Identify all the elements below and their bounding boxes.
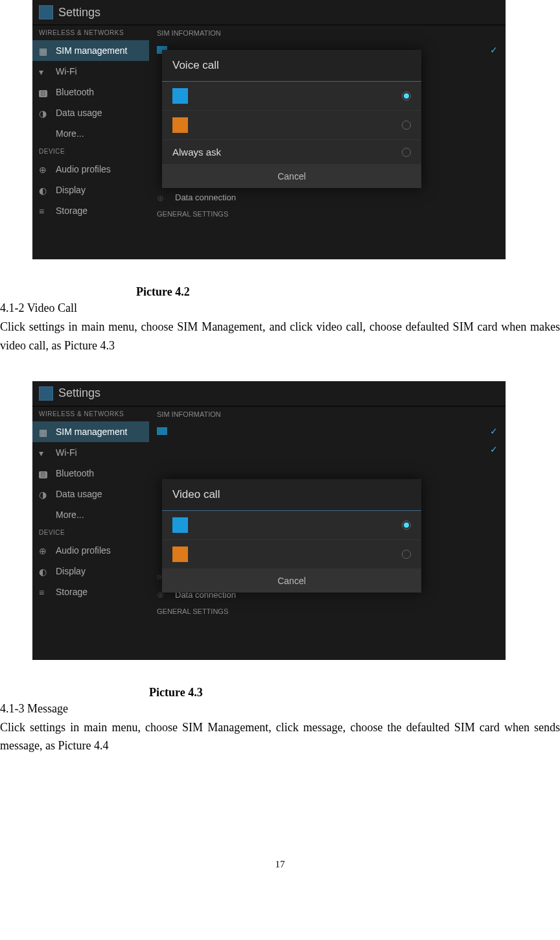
option-label: Always ask bbox=[172, 147, 221, 158]
sidebar-data-usage[interactable]: Data usage bbox=[32, 102, 149, 123]
app-header: Settings bbox=[32, 0, 506, 25]
sidebar-item-label: Wi-Fi bbox=[56, 66, 77, 76]
sidebar-item-label: SIM management bbox=[56, 45, 128, 56]
sidebar-item-label: More... bbox=[56, 510, 84, 520]
section-wireless: WIRELESS & NETWORKS bbox=[32, 406, 149, 421]
audio-icon bbox=[39, 546, 49, 555]
sim-option-2[interactable] bbox=[162, 540, 421, 569]
sidebar-item-label: SIM management bbox=[56, 427, 128, 437]
app-header: Settings bbox=[32, 381, 506, 406]
sim2-icon bbox=[172, 117, 188, 133]
data-icon bbox=[39, 489, 49, 499]
sidebar-storage[interactable]: Storage bbox=[32, 582, 149, 602]
sidebar-item-label: Display bbox=[56, 566, 86, 576]
row-label: Data connection bbox=[175, 193, 236, 202]
sidebar-item-label: Data usage bbox=[56, 108, 102, 118]
settings-icon bbox=[39, 386, 53, 401]
sim-option-1[interactable] bbox=[162, 82, 421, 111]
video-call-dialog: Video call Cancel bbox=[162, 479, 421, 593]
sim-option-1[interactable] bbox=[162, 511, 421, 540]
section-body-video-call: Click settings in main menu, choose SIM … bbox=[0, 318, 560, 355]
sidebar-display[interactable]: Display bbox=[32, 180, 149, 200]
dialog-title: Voice call bbox=[162, 50, 421, 82]
sim-info-label: SIM INFORMATION bbox=[149, 25, 506, 41]
sidebar-sim-management[interactable]: SIM management bbox=[32, 40, 149, 61]
check-icon: ✓ bbox=[490, 444, 498, 454]
radio-unselected[interactable] bbox=[402, 121, 411, 130]
sidebar-item-label: Audio profiles bbox=[56, 164, 111, 174]
sidebar-item-label: Wi-Fi bbox=[56, 447, 77, 458]
figure-caption-4-3: Picture 4.3 bbox=[149, 686, 560, 699]
section-heading-message: 4.1-3 Message bbox=[0, 702, 560, 716]
sidebar-sim-management[interactable]: SIM management bbox=[32, 421, 149, 442]
settings-sidebar: WIRELESS & NETWORKS SIM management Wi-Fi… bbox=[32, 25, 149, 239]
sidebar-item-label: Bluetooth bbox=[56, 468, 94, 478]
check-icon: ✓ bbox=[490, 45, 498, 55]
voice-call-dialog: Voice call Always ask Cancel bbox=[162, 50, 421, 188]
figure-4-3: Settings WIRELESS & NETWORKS SIM managem… bbox=[32, 381, 506, 660]
section-wireless: WIRELESS & NETWORKS bbox=[32, 25, 149, 40]
wifi-icon bbox=[39, 67, 49, 76]
sidebar-more[interactable]: More... bbox=[32, 123, 149, 144]
general-settings-label: GENERAL SETTINGS bbox=[149, 604, 506, 619]
section-heading-video-call: 4.1-2 Video Call bbox=[0, 301, 560, 315]
sidebar-wifi[interactable]: Wi-Fi bbox=[32, 61, 149, 82]
sidebar-item-label: Audio profiles bbox=[56, 545, 111, 556]
bluetooth-icon bbox=[39, 88, 49, 97]
app-title: Settings bbox=[58, 386, 100, 400]
section-body-message: Click settings in main menu, choose SIM … bbox=[0, 718, 560, 756]
sidebar-wifi[interactable]: Wi-Fi bbox=[32, 442, 149, 463]
bluetooth-icon bbox=[39, 469, 49, 478]
sidebar-display[interactable]: Display bbox=[32, 561, 149, 582]
wifi-icon bbox=[39, 448, 49, 457]
data-icon bbox=[39, 108, 49, 117]
cancel-button[interactable]: Cancel bbox=[162, 569, 421, 593]
sidebar-bluetooth[interactable]: Bluetooth bbox=[32, 82, 149, 102]
sim-color-icon bbox=[157, 427, 167, 435]
sim-row-2[interactable]: ✓ bbox=[149, 440, 506, 458]
sim1-icon bbox=[172, 88, 188, 104]
audio-icon bbox=[39, 165, 49, 174]
sidebar-audio[interactable]: Audio profiles bbox=[32, 159, 149, 180]
dialog-title: Video call bbox=[162, 479, 421, 511]
radio-unselected[interactable] bbox=[402, 148, 411, 157]
page-number: 17 bbox=[0, 859, 560, 870]
sidebar-audio[interactable]: Audio profiles bbox=[32, 540, 149, 561]
figure-caption-4-2: Picture 4.2 bbox=[136, 285, 560, 299]
figure-4-2: Settings WIRELESS & NETWORKS SIM managem… bbox=[32, 0, 506, 259]
sidebar-item-label: More... bbox=[56, 128, 84, 139]
sim-icon bbox=[39, 46, 49, 55]
blank-icon bbox=[39, 510, 49, 519]
display-icon bbox=[39, 567, 49, 576]
globe-icon bbox=[157, 193, 167, 202]
general-settings-label: GENERAL SETTINGS bbox=[149, 206, 506, 222]
sim1-icon bbox=[172, 517, 188, 533]
radio-selected[interactable] bbox=[402, 91, 411, 100]
sidebar-item-label: Storage bbox=[56, 206, 88, 216]
sidebar-data-usage[interactable]: Data usage bbox=[32, 484, 149, 504]
sidebar-bluetooth[interactable]: Bluetooth bbox=[32, 463, 149, 484]
sidebar-storage[interactable]: Storage bbox=[32, 200, 149, 221]
app-title: Settings bbox=[58, 6, 100, 19]
sidebar-item-label: Storage bbox=[56, 587, 88, 597]
radio-unselected[interactable] bbox=[402, 550, 411, 559]
sidebar-item-label: Bluetooth bbox=[56, 87, 94, 97]
storage-icon bbox=[39, 587, 49, 596]
sidebar-item-label: Data usage bbox=[56, 489, 102, 499]
settings-sidebar: WIRELESS & NETWORKS SIM management Wi-Fi… bbox=[32, 406, 149, 659]
sim-info-label: SIM INFORMATION bbox=[149, 406, 506, 422]
sidebar-item-label: Display bbox=[56, 185, 86, 195]
section-device: DEVICE bbox=[32, 525, 149, 540]
sim-row-1[interactable]: ✓ bbox=[149, 422, 506, 440]
display-icon bbox=[39, 185, 49, 194]
radio-selected[interactable] bbox=[402, 521, 411, 530]
storage-icon bbox=[39, 206, 49, 215]
cancel-button[interactable]: Cancel bbox=[162, 165, 421, 188]
check-icon: ✓ bbox=[490, 426, 498, 436]
data-connection-row[interactable]: Data connection bbox=[149, 189, 506, 206]
sim2-icon bbox=[172, 546, 188, 562]
always-ask-option[interactable]: Always ask bbox=[162, 140, 421, 165]
blank-icon bbox=[39, 129, 49, 138]
sidebar-more[interactable]: More... bbox=[32, 504, 149, 525]
sim-option-2[interactable] bbox=[162, 111, 421, 140]
